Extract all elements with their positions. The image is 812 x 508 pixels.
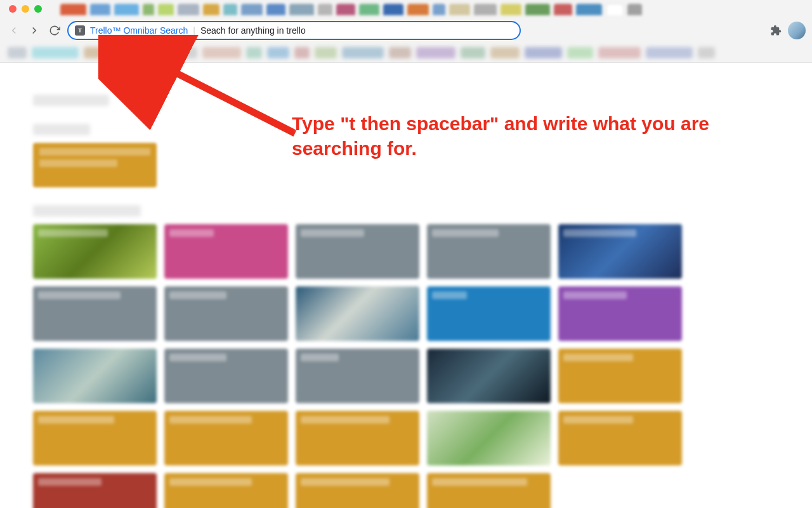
omnibox-separator: | (193, 25, 195, 36)
browser-tab[interactable] (449, 4, 470, 15)
browser-tab[interactable] (501, 4, 521, 15)
board-card[interactable] (296, 411, 419, 465)
board-card[interactable] (33, 143, 157, 187)
extensions-icon[interactable] (770, 25, 782, 36)
nav-back-button[interactable] (6, 23, 22, 38)
browser-tab[interactable] (318, 4, 332, 15)
browser-tab[interactable] (359, 4, 379, 15)
section-heading (33, 95, 109, 106)
nav-reload-button[interactable] (47, 23, 62, 38)
nav-forward-button[interactable] (27, 23, 42, 38)
browser-tab[interactable] (266, 4, 285, 15)
bookmark-item[interactable] (8, 47, 27, 58)
bookmark-item[interactable] (315, 47, 337, 58)
browser-tab[interactable] (241, 4, 263, 15)
bookmark-item[interactable] (646, 47, 693, 58)
browser-chrome: T Trello™ Omnibar Search | (0, 0, 812, 63)
board-card[interactable] (164, 286, 288, 341)
browser-tab[interactable] (60, 4, 86, 15)
bookmarks-bar (0, 43, 812, 62)
board-card[interactable] (296, 473, 419, 508)
omnibox[interactable]: T Trello™ Omnibar Search | (67, 21, 521, 40)
browser-tab[interactable] (525, 4, 550, 15)
board-card[interactable] (33, 286, 157, 341)
board-card[interactable] (558, 411, 682, 465)
browser-tabbar (60, 4, 774, 15)
bookmark-item[interactable] (461, 47, 485, 58)
browser-tab[interactable] (407, 4, 429, 15)
browser-tab[interactable] (474, 4, 497, 15)
maximize-window-button[interactable] (34, 5, 42, 13)
bookmark-item[interactable] (294, 47, 310, 58)
board-card[interactable] (427, 473, 551, 508)
bookmark-item[interactable] (125, 47, 162, 58)
section-heading (33, 124, 90, 135)
bookmark-item[interactable] (416, 47, 455, 58)
board-card[interactable] (427, 224, 551, 279)
bookmark-item[interactable] (267, 47, 289, 58)
bookmark-item[interactable] (342, 47, 384, 58)
browser-tab[interactable] (336, 4, 355, 15)
profile-avatar[interactable] (788, 22, 806, 39)
bookmark-item[interactable] (525, 47, 562, 58)
bookmark-item[interactable] (84, 47, 120, 58)
board-card[interactable] (296, 224, 419, 279)
browser-tab[interactable] (383, 4, 403, 15)
board-card[interactable] (427, 286, 551, 341)
board-card[interactable] (558, 224, 682, 279)
browser-tab[interactable] (90, 4, 110, 15)
board-card[interactable] (164, 411, 288, 465)
board-card[interactable] (558, 349, 682, 403)
traffic-lights (9, 5, 42, 13)
board-card[interactable] (296, 286, 419, 341)
bookmark-item[interactable] (567, 47, 593, 58)
browser-tab[interactable] (143, 4, 154, 15)
browser-tab[interactable] (223, 4, 237, 15)
bookmark-item[interactable] (490, 47, 520, 58)
section-heading (33, 205, 141, 217)
browser-tab[interactable] (576, 4, 602, 15)
bookmark-item[interactable] (698, 47, 715, 58)
browser-tab[interactable] (114, 4, 139, 15)
board-card[interactable] (33, 411, 157, 465)
bookmark-item[interactable] (389, 47, 411, 58)
browser-tab[interactable] (606, 4, 624, 15)
board-card[interactable] (33, 224, 157, 279)
browser-tab[interactable] (433, 4, 445, 15)
bookmark-item[interactable] (246, 47, 262, 58)
board-card[interactable] (164, 224, 288, 279)
board-card[interactable] (296, 349, 419, 403)
omnibox-input[interactable] (200, 25, 513, 36)
board-card[interactable] (33, 349, 157, 403)
close-window-button[interactable] (9, 5, 16, 13)
bookmark-item[interactable] (32, 47, 79, 58)
board-card[interactable] (164, 473, 288, 508)
omnibox-search-prefix: Trello™ Omnibar Search (90, 25, 188, 36)
browser-toolbar: T Trello™ Omnibar Search | (0, 18, 812, 43)
browser-tab[interactable] (203, 4, 219, 15)
board-card[interactable] (558, 286, 682, 341)
minimize-window-button[interactable] (22, 5, 29, 13)
browser-tab[interactable] (627, 4, 642, 15)
browser-tab[interactable] (178, 4, 199, 15)
board-card[interactable] (427, 411, 551, 465)
browser-tab[interactable] (554, 4, 572, 15)
bookmark-item[interactable] (598, 47, 641, 58)
page-content (0, 63, 812, 508)
browser-tab[interactable] (158, 4, 174, 15)
browser-tab[interactable] (289, 4, 314, 15)
bookmark-item[interactable] (202, 47, 241, 58)
omnibox-site-icon: T (75, 25, 85, 36)
board-card[interactable] (33, 473, 157, 508)
board-grid (33, 224, 780, 508)
featured-boards (33, 143, 780, 187)
board-card[interactable] (164, 349, 288, 403)
bookmark-item[interactable] (167, 47, 197, 58)
board-card[interactable] (427, 349, 551, 403)
window-titlebar (0, 0, 812, 18)
